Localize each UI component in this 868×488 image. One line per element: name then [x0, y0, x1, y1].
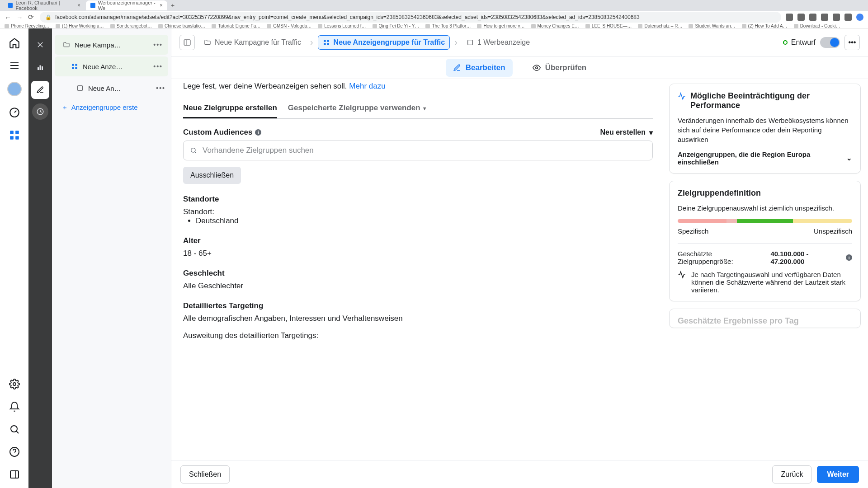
breadcrumb-adset[interactable]: Neue Anzeigengruppe für Traffic: [318, 35, 450, 50]
svg-rect-23: [72, 67, 74, 69]
panel-toggle-icon[interactable]: [179, 35, 195, 50]
collapse-icon[interactable]: [8, 468, 21, 481]
detail-title: Detailliertes Targeting: [183, 301, 653, 310]
bookmark-item[interactable]: Download - Cooki…: [794, 23, 840, 28]
learn-more-link[interactable]: Mehr dazu: [349, 82, 385, 90]
status-dot-icon: [783, 40, 788, 45]
svg-point-34: [191, 148, 195, 152]
performance-card: Mögliche Beeinträchtigung der Performanc…: [669, 84, 861, 174]
bookmark-item[interactable]: How to get more v…: [477, 23, 524, 28]
editor-side-rail: [28, 28, 52, 488]
subtab-new-audience[interactable]: Neue Zielgruppe erstellen: [183, 99, 277, 118]
tree-label: Neue Kampa…: [75, 41, 149, 49]
bookmark-item[interactable]: GMSN - Vologda…: [267, 23, 311, 28]
exclude-button[interactable]: Ausschließen: [183, 167, 241, 184]
global-nav-rail: [0, 28, 28, 488]
extension-icon[interactable]: [809, 14, 816, 21]
profile-avatar-icon[interactable]: [856, 14, 863, 21]
browser-tab-active[interactable]: Werbeanzeigenmanager - We ×: [86, 0, 167, 10]
gender-section: Geschlecht Alle Geschlechter: [183, 269, 653, 291]
tree-ad[interactable]: Neue An… •••: [52, 78, 171, 98]
svg-point-9: [11, 426, 17, 432]
audience-search-box[interactable]: [183, 141, 653, 160]
audience-subtabs: Neue Zielgruppe erstellen Gespeicherte Z…: [183, 99, 653, 119]
back-icon[interactable]: ←: [5, 14, 12, 21]
chart-icon[interactable]: [31, 58, 49, 76]
new-audience-dropdown[interactable]: Neu erstellen ▾: [600, 128, 653, 137]
bookmark-item[interactable]: (1) How Working a…: [56, 23, 104, 28]
home-icon[interactable]: [8, 37, 21, 49]
reload-icon[interactable]: ⟳: [28, 13, 35, 21]
info-icon[interactable]: i: [255, 129, 261, 136]
svg-rect-26: [184, 40, 190, 45]
search-icon[interactable]: [8, 423, 21, 436]
close-icon[interactable]: ×: [160, 2, 163, 9]
breadcrumb-campaign[interactable]: Neue Kampagne für Traffic: [199, 36, 306, 49]
account-avatar[interactable]: [7, 82, 22, 96]
edit-icon[interactable]: [31, 81, 49, 99]
estimated-size: Geschätzte Zielgruppengröße: 40.100.000 …: [678, 250, 852, 265]
notifications-icon[interactable]: [8, 400, 21, 413]
chevron-down-icon: ▾: [649, 128, 653, 137]
extension-icon[interactable]: [786, 14, 793, 21]
close-editor-button[interactable]: [31, 36, 49, 54]
ads-manager-icon[interactable]: [8, 129, 21, 141]
more-icon[interactable]: •••: [153, 63, 163, 70]
locations-list: Deutschland: [183, 216, 653, 225]
bookmark-item[interactable]: Student Wants an…: [689, 23, 735, 28]
more-icon[interactable]: •••: [156, 84, 165, 92]
new-tab-button[interactable]: +: [168, 1, 177, 10]
europe-region-collapser[interactable]: Anzeigengruppen, die die Region Europa e…: [678, 150, 852, 166]
help-icon[interactable]: [8, 446, 21, 458]
tab-label: Bearbeiten: [466, 63, 505, 72]
back-button[interactable]: Zurück: [772, 465, 811, 483]
history-icon[interactable]: [32, 103, 48, 120]
bookmark-item[interactable]: The Top 3 Platfor…: [425, 23, 471, 28]
extension-icon[interactable]: [833, 14, 840, 21]
folder-icon: [204, 39, 211, 46]
url-field[interactable]: 🔒 facebook.com/adsmanager/manage/adsets/…: [40, 12, 781, 23]
svg-rect-24: [75, 67, 77, 69]
info-icon[interactable]: i: [846, 254, 852, 261]
bookmark-item[interactable]: Phone Recycling…: [5, 23, 49, 28]
svg-rect-7: [15, 136, 19, 140]
bookmark-item[interactable]: Sonderangebot…: [110, 23, 152, 28]
age-section: Alter 18 - 65+: [183, 236, 653, 258]
settings-icon[interactable]: [8, 378, 21, 390]
close-icon[interactable]: ×: [77, 2, 80, 9]
tab-edit[interactable]: Bearbeiten: [446, 59, 513, 77]
gauge-icon[interactable]: [8, 106, 21, 119]
bookmark-item[interactable]: Tutorial: Eigene Fa…: [212, 23, 260, 28]
menu-icon[interactable]: [8, 59, 21, 72]
browser-chrome: Leon R. Chaudhari | Facebook × Werbeanze…: [0, 0, 868, 28]
status-toggle[interactable]: [820, 37, 840, 48]
browser-tab[interactable]: Leon R. Chaudhari | Facebook ×: [4, 0, 85, 10]
bookmark-item[interactable]: Qing Fei De Yi - Y…: [373, 23, 420, 28]
next-button[interactable]: Weiter: [817, 466, 859, 483]
new-create-label: Neu erstellen: [600, 128, 646, 136]
extension-icon[interactable]: [797, 14, 805, 21]
forward-icon[interactable]: →: [16, 14, 24, 21]
facebook-favicon: [90, 3, 95, 8]
bookmark-item[interactable]: Datenschutz – R…: [638, 23, 682, 28]
estimate-note: Je nach Targetingauswahl und verfügbaren…: [678, 271, 852, 294]
extension-icon[interactable]: [821, 14, 828, 21]
tree-campaign[interactable]: Neue Kampa… •••: [55, 35, 168, 55]
bookmark-item[interactable]: Chinese translatio…: [158, 23, 205, 28]
bookmark-item[interactable]: Lessons Learned f…: [318, 23, 366, 28]
extension-icon[interactable]: [844, 14, 852, 21]
bookmark-item[interactable]: (2) How To Add A…: [742, 23, 788, 28]
audience-search-input[interactable]: [203, 146, 646, 155]
breadcrumb-ad[interactable]: 1 Werbeanzeige: [462, 36, 534, 49]
subtab-saved-audience[interactable]: Gespeicherte Zielgruppe verwenden▼: [288, 99, 427, 118]
more-icon[interactable]: •••: [153, 41, 163, 48]
svg-rect-32: [467, 40, 472, 45]
lock-icon: 🔒: [45, 14, 52, 20]
bookmark-item[interactable]: Money Changes E…: [531, 23, 579, 28]
tab-review[interactable]: Überprüfen: [525, 59, 594, 77]
tree-adset[interactable]: Neue Anze… •••: [55, 56, 168, 76]
bookmark-item[interactable]: LEE 'S HOUSE—…: [585, 23, 632, 28]
add-adset-button[interactable]: + Anzeigengruppe erste: [52, 98, 171, 116]
close-button[interactable]: Schließen: [180, 465, 230, 483]
more-menu-button[interactable]: •••: [844, 35, 860, 50]
